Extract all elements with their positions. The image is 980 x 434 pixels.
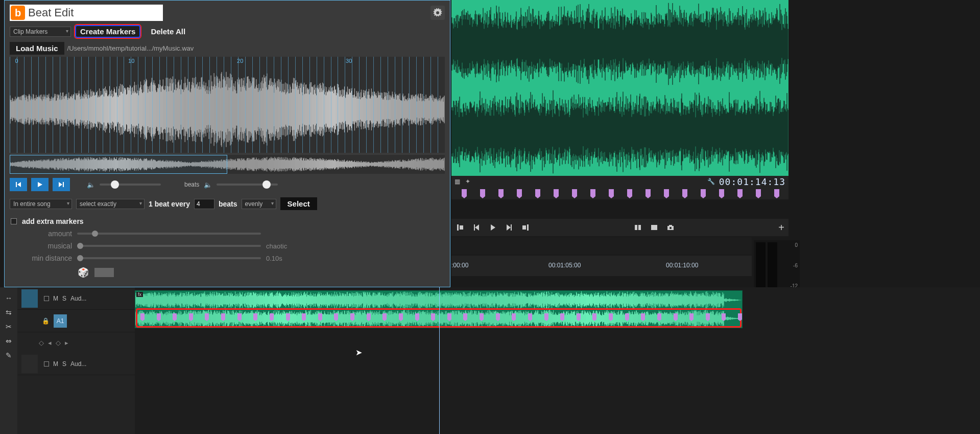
track-header[interactable]: M S Aud... [17,353,135,375]
volume-slider[interactable] [100,184,161,186]
clip-marker[interactable] [286,313,290,319]
marker[interactable] [517,189,522,196]
playhead[interactable] [439,287,440,434]
marker[interactable] [590,189,595,196]
play-button[interactable] [488,223,497,232]
clip-marker[interactable] [253,313,257,319]
marker[interactable] [682,189,687,196]
marker[interactable] [774,189,779,196]
main-waveform[interactable]: 0 10 20 30 [10,57,445,153]
razor-tool-icon[interactable]: ✂ [4,322,13,331]
clip-marker[interactable] [431,313,435,319]
marker-target-select[interactable]: Clip Markers [10,27,71,37]
marker[interactable] [701,189,706,196]
solo-button[interactable]: S [62,360,66,368]
marker[interactable] [737,189,743,196]
clip-marker[interactable] [480,313,484,319]
clip-marker[interactable] [706,313,710,319]
fx-badge[interactable]: fx [136,292,143,297]
mute-button[interactable]: M [53,295,58,302]
step-forward-button[interactable] [505,223,514,232]
clip-marker[interactable] [237,313,242,319]
marker[interactable] [627,189,632,196]
clip-marker[interactable] [560,313,564,319]
clip-marker[interactable] [674,313,678,319]
marker[interactable] [498,189,504,196]
clip-marker[interactable] [270,313,274,319]
track-clip-area[interactable]: fx ➤ [135,287,980,434]
track-keyframe-row[interactable]: ◇◂◇▸ [17,332,135,353]
solo-button[interactable]: S [62,295,66,302]
timeline-ruler[interactable]: :00:00 00:01:05:00 00:01:10:00 [451,256,752,276]
marker[interactable] [756,189,761,196]
marker-color-swatch[interactable] [94,268,114,277]
randomize-button[interactable]: 🎲 [77,266,89,279]
clip-marker[interactable] [528,313,532,319]
track-header[interactable]: M S Aud... [17,287,135,310]
marker[interactable] [609,189,614,196]
load-music-button[interactable]: Load Music [10,42,64,55]
clip-marker[interactable] [334,313,338,319]
clip-marker[interactable] [157,313,161,319]
clip-marker[interactable] [399,313,403,319]
overview-selection[interactable] [10,155,227,174]
clip-marker[interactable] [140,313,145,319]
clip-marker[interactable] [496,313,500,319]
play-button[interactable] [31,178,49,191]
clip-marker[interactable] [367,313,371,319]
insert-mark-out-button[interactable] [521,223,530,232]
track-toggle[interactable] [44,361,49,367]
go-to-end-button[interactable] [53,178,70,191]
marker[interactable] [572,189,577,196]
extra-markers-checkbox[interactable] [11,218,17,224]
min-distance-slider[interactable] [77,257,261,259]
clip-marker[interactable] [689,313,694,319]
settings-button[interactable] [431,6,445,20]
clip-marker[interactable] [577,313,581,319]
ripple-tool-icon[interactable]: ⇆ [4,308,13,317]
track-tag[interactable]: A1 [54,314,67,328]
slip-tool-icon[interactable]: ⇔ [4,336,13,346]
insert-mark-in-button[interactable] [456,223,465,232]
marker[interactable] [480,189,485,196]
beats-volume-slider[interactable] [217,184,278,186]
lock-icon[interactable]: 🔒 [42,317,50,325]
clip-marker[interactable] [302,313,306,319]
musical-chaotic-slider[interactable] [77,245,261,247]
clip-marker[interactable] [657,313,661,319]
track-header[interactable]: 🔒 A1 [17,310,135,332]
export-frame-button[interactable] [666,223,675,232]
delete-all-button[interactable]: Delete All [145,25,192,38]
clip-marker[interactable] [173,313,177,319]
clip-marker[interactable] [625,313,629,319]
monitor-tool-icon[interactable]: ✦ [465,178,470,185]
clip-marker[interactable] [609,313,613,319]
clip-marker[interactable] [512,313,516,319]
marker[interactable] [646,189,651,196]
amount-slider[interactable] [77,233,261,235]
overview-waveform[interactable] [10,155,445,174]
create-markers-button[interactable]: Create Markers [74,24,141,39]
clip-marker[interactable] [447,313,451,319]
clip-marker[interactable] [205,313,209,319]
clip-marker[interactable] [463,313,467,319]
mute-button[interactable]: M [53,360,58,368]
beat-interval-input[interactable] [194,199,214,209]
time-ruler[interactable]: 0 10 20 30 [10,57,445,66]
go-to-start-button[interactable] [10,178,27,191]
monitor-tool-icon[interactable]: ▦ [455,178,460,185]
clip-marker[interactable] [189,313,193,319]
clip-marker[interactable] [350,313,354,319]
selection-mode-select[interactable]: select exactly [76,199,145,209]
marker[interactable] [462,189,467,196]
selection-scope-select[interactable]: In entire song [10,199,72,209]
step-back-button[interactable] [472,223,481,232]
clip-marker[interactable] [544,313,548,319]
distribution-select[interactable]: evenly [242,199,276,209]
marker[interactable] [535,189,540,196]
marker[interactable] [554,189,559,196]
overwrite-button[interactable] [650,223,659,232]
marker[interactable] [664,189,669,196]
clip-marker[interactable] [415,313,419,319]
pen-tool-icon[interactable]: ✎ [4,351,13,360]
